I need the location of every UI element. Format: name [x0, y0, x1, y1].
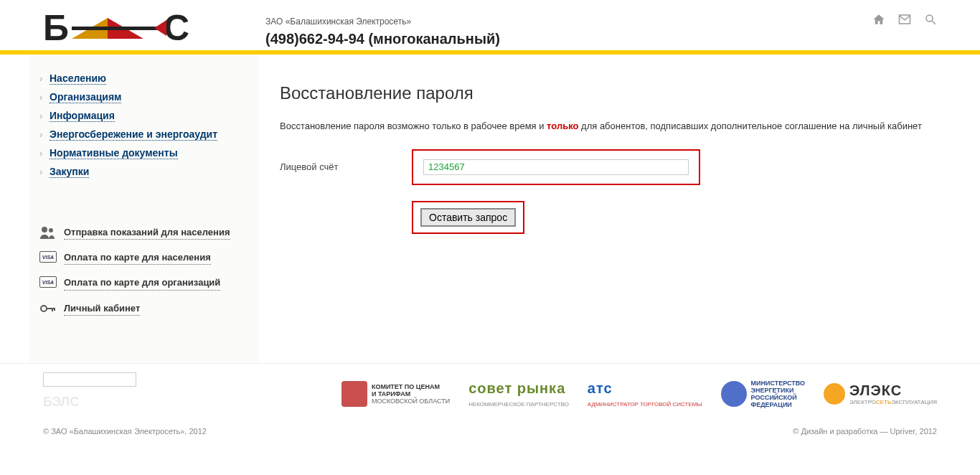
intro-pre: Восстановление пароля возможно только в …: [280, 121, 547, 131]
account-row: Лицевой счёт: [280, 149, 937, 185]
svg-rect-2: [72, 27, 164, 30]
mail-icon[interactable]: [898, 13, 911, 28]
search-icon[interactable]: [924, 13, 937, 28]
svg-rect-10: [54, 308, 55, 311]
sidebar: Населению Организациям Информация Энерго…: [29, 55, 258, 363]
link-send-readings[interactable]: Отправка показаний для населения: [64, 226, 230, 240]
partners-bar: БЭЛС КОМИТЕТ ПО ЦЕНАМ И ТАРИФАМ МОСКОВСК…: [0, 363, 980, 421]
p4-l3: РОССИЙСКОЙ: [751, 394, 806, 401]
p1-l2: И ТАРИФАМ: [372, 390, 450, 398]
intro-post: для абонентов, подписавших дополнительно…: [578, 121, 921, 131]
partner-ats[interactable]: атс администратор торговой системы: [588, 380, 702, 408]
site-logo[interactable]: Б С: [43, 7, 194, 50]
svg-point-3: [926, 15, 933, 22]
nav-docs[interactable]: Нормативные документы: [50, 147, 178, 159]
footer-copyright: © ЗАО «Балашихинская Электросеть», 2012: [43, 427, 207, 436]
svg-text:С: С: [164, 8, 189, 48]
svg-text:Б: Б: [43, 8, 69, 48]
p2-l1: совет рынка: [468, 380, 565, 397]
p4-l4: ФЕДЕРАЦИИ: [751, 401, 806, 408]
svg-rect-9: [52, 308, 53, 311]
main-nav: Населению Организациям Информация Энерго…: [39, 69, 248, 181]
footer-credits: © Дизайн и разработка — Upriver, 2012: [793, 427, 937, 436]
account-label: Лицевой счёт: [280, 161, 402, 172]
submit-button[interactable]: Оставить запрос: [420, 208, 516, 227]
link-pay-org[interactable]: Оплата по карте для организаций: [64, 276, 220, 290]
header: Б С ЗАО «Балашихинская Электросеть» (498…: [0, 0, 980, 50]
p3-l1: атс: [588, 380, 613, 397]
svg-rect-8: [46, 308, 55, 309]
p1-l3: МОСКОВСКОЙ ОБЛАСТИ: [372, 398, 450, 405]
partner-minenergo[interactable]: МИНИСТЕРСТВО ЭНЕРГЕТИКИ РОССИЙСКОЙ ФЕДЕР…: [721, 380, 806, 408]
visa-icon: VISA: [39, 251, 57, 264]
nav-organizations[interactable]: Организациям: [50, 91, 121, 103]
partner-committee[interactable]: КОМИТЕТ ПО ЦЕНАМ И ТАРИФАМ МОСКОВСКОЙ ОБ…: [341, 381, 450, 407]
service-links: Отправка показаний для населения VISA Оп…: [39, 220, 248, 321]
p4-l1: МИНИСТЕРСТВО: [751, 380, 806, 387]
footer: © ЗАО «Балашихинская Электросеть», 2012 …: [0, 421, 980, 450]
svg-line-4: [932, 21, 936, 24]
page-title: Восстановление пароля: [280, 83, 937, 103]
nav-population[interactable]: Населению: [50, 72, 106, 85]
nav-purchases[interactable]: Закупки: [50, 166, 89, 178]
intro-highlight: только: [547, 121, 578, 131]
account-input[interactable]: [423, 159, 689, 175]
p5-l2: ЭЛЕКТРОСЕТЬЭКСПЛУАТАЦИЯ: [849, 399, 937, 405]
p1-l1: КОМИТЕТ ПО ЦЕНАМ: [372, 383, 450, 390]
nav-info[interactable]: Информация: [50, 110, 115, 122]
p4-l2: ЭНЕРГЕТИКИ: [751, 387, 806, 394]
p5-l1: ЭЛЭКС: [849, 382, 937, 399]
p3-l2: администратор торговой системы: [588, 401, 702, 408]
link-cabinet[interactable]: Личный кабинет: [64, 302, 140, 316]
link-pay-personal[interactable]: Оплата по карте для населения: [64, 251, 211, 265]
footer-search-input[interactable]: [43, 372, 136, 387]
content: Восстановление пароля Восстановление пар…: [258, 55, 951, 363]
submit-frame: Оставить запрос: [412, 201, 524, 234]
p2-l2: НЕКОММЕРЧЕСКОЕ ПАРТНЕРСТВО: [468, 401, 569, 408]
partner-sovet[interactable]: совет рынка НЕКОММЕРЧЕСКОЕ ПАРТНЕРСТВО: [468, 380, 569, 408]
visa-icon: VISA: [39, 276, 57, 289]
key-icon: [39, 302, 57, 315]
account-frame: [412, 149, 700, 185]
svg-text:БЭЛС: БЭЛС: [43, 395, 79, 409]
people-icon: [39, 226, 57, 239]
intro-text: Восстановление пароля возможно только в …: [280, 119, 937, 133]
nav-energy-saving[interactable]: Энергосбережение и энергоаудит: [50, 128, 217, 141]
svg-point-6: [49, 228, 53, 232]
svg-point-5: [42, 227, 47, 232]
header-phone: (498)662-94-94 (многоканальный): [265, 31, 951, 47]
company-name: ЗАО «Балашихинская Электросеть»: [265, 17, 951, 27]
mini-logo: БЭЛС: [43, 394, 85, 410]
partner-eleks[interactable]: ЭЛЭКС ЭЛЕКТРОСЕТЬЭКСПЛУАТАЦИЯ: [824, 382, 937, 405]
svg-point-7: [41, 306, 47, 311]
home-icon[interactable]: [872, 13, 885, 28]
